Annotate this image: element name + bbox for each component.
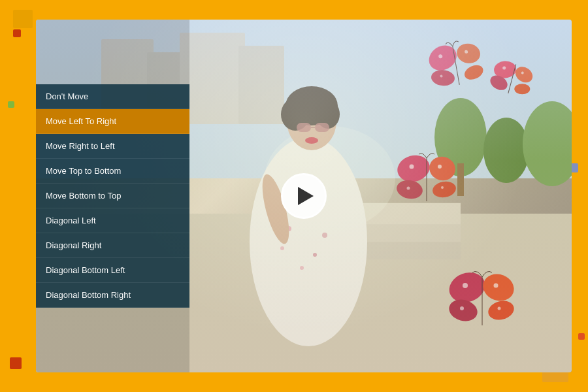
deco-square-4 <box>10 357 22 369</box>
deco-square-2 <box>13 29 21 37</box>
menu-item-diagonal-right[interactable]: Diagonal Right <box>36 233 189 258</box>
deco-square-7 <box>578 333 585 340</box>
menu-item-move-left-right[interactable]: Move Left To Right <box>36 109 189 134</box>
play-button[interactable] <box>281 173 327 219</box>
deco-square-1 <box>13 10 33 28</box>
menu-item-diagonal-left[interactable]: Diagonal Left <box>36 208 189 233</box>
play-icon <box>298 187 314 205</box>
menu-item-dont-move[interactable]: Don't Move <box>36 84 189 109</box>
menu-item-move-top-bottom[interactable]: Move Top to Bottom <box>36 159 189 184</box>
menu-item-move-bottom-top[interactable]: Move Bottom to Top <box>36 184 189 208</box>
main-frame: Don't Move Move Left To Right Move Right… <box>36 20 572 372</box>
menu-item-move-right-left[interactable]: Move Right to Left <box>36 134 189 159</box>
menu-panel: Don't Move Move Left To Right Move Right… <box>36 20 189 372</box>
deco-square-8 <box>8 101 14 108</box>
menu-item-diagonal-bottom-right[interactable]: Diagonal Bottom Right <box>36 283 189 308</box>
menu-item-diagonal-bottom-left[interactable]: Diagonal Bottom Left <box>36 258 189 283</box>
